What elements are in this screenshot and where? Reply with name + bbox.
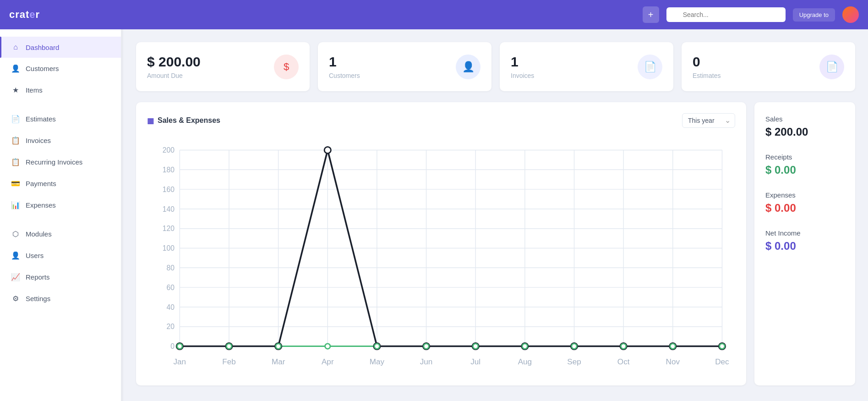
stat-label-3: Estimates <box>693 72 721 79</box>
summary-expenses: Expenses $ 0.00 <box>765 191 844 214</box>
receipts-label: Receipts <box>765 153 844 161</box>
sales-label: Sales <box>765 115 844 123</box>
stat-card-1: 1 Customers 👤 <box>318 42 491 91</box>
receipts-value: $ 0.00 <box>765 164 844 176</box>
sidebar-item-label: Invoices <box>26 137 51 144</box>
stat-card-0: $ 200.00 Amount Due $ <box>136 42 310 91</box>
svg-text:200: 200 <box>163 146 175 154</box>
svg-point-51 <box>424 344 429 349</box>
period-select[interactable]: This yearThis monthLast year <box>682 113 735 128</box>
stat-label-1: Customers <box>329 72 360 79</box>
sidebar-item-items[interactable]: ★ Items <box>0 79 121 101</box>
upgrade-button[interactable]: Upgrade to <box>793 8 835 22</box>
svg-text:180: 180 <box>163 166 175 174</box>
sidebar-item-recurring-invoices[interactable]: 📋 Recurring Invoices <box>0 151 121 173</box>
svg-text:20: 20 <box>166 323 175 330</box>
stat-icon-2: 📄 <box>638 55 662 79</box>
app-body: ⌂ Dashboard 👤 Customers ★ Items 📄 Estima… <box>0 29 868 401</box>
sales-value: $ 200.00 <box>765 126 844 138</box>
svg-point-56 <box>670 344 675 349</box>
user-avatar-button[interactable] <box>842 6 859 23</box>
chart-card: ▦ Sales & Expenses This yearThis monthLa… <box>136 102 746 385</box>
svg-text:Oct: Oct <box>617 357 630 366</box>
items-icon: ★ <box>11 86 20 94</box>
sidebar-item-label: Reports <box>26 273 50 281</box>
sidebar-item-dashboard[interactable]: ⌂ Dashboard <box>0 37 121 58</box>
svg-point-46 <box>177 344 182 349</box>
svg-text:Mar: Mar <box>272 357 285 366</box>
stat-card-left-3: 0 Estimates <box>693 54 721 79</box>
sidebar-item-expenses[interactable]: 📊 Expenses <box>0 194 121 216</box>
chart-title: ▦ Sales & Expenses <box>147 116 220 125</box>
stat-card-2: 1 Invoices 📄 <box>500 42 673 91</box>
sidebar-item-label: Expenses <box>26 201 56 209</box>
svg-point-57 <box>720 344 725 349</box>
invoices-icon: 📋 <box>11 136 20 145</box>
svg-text:Nov: Nov <box>666 357 680 366</box>
stat-value-1: 1 <box>329 54 360 69</box>
summary-receipts: Receipts $ 0.00 <box>765 153 844 176</box>
svg-text:Dec: Dec <box>715 357 729 366</box>
sidebar-item-modules[interactable]: ⬡ Modules <box>0 223 121 245</box>
svg-point-47 <box>226 344 231 349</box>
svg-text:Apr: Apr <box>322 357 334 366</box>
svg-text:120: 120 <box>163 225 175 232</box>
search-wrap: 🔍 <box>666 7 786 22</box>
dashboard-icon: ⌂ <box>11 43 20 51</box>
expenses-label: Expenses <box>765 191 844 199</box>
add-button[interactable]: + <box>643 6 659 23</box>
stat-label-0: Amount Due <box>147 72 201 79</box>
sidebar-item-label: Modules <box>26 230 52 238</box>
sidebar-item-invoices[interactable]: 📋 Invoices <box>0 130 121 151</box>
sidebar-item-settings[interactable]: ⚙ Settings <box>0 288 121 309</box>
stat-icon-0: $ <box>274 55 299 79</box>
sidebar-item-label: Settings <box>26 295 50 302</box>
svg-text:Jul: Jul <box>470 357 480 366</box>
sidebar-item-reports[interactable]: 📈 Reports <box>0 266 121 288</box>
stat-card-3: 0 Estimates 📄 <box>682 42 855 91</box>
summary-card: Sales $ 200.00 Receipts $ 0.00 Expenses … <box>754 102 855 385</box>
summary-net-income: Net Income $ 0.00 <box>765 229 844 253</box>
chart-svg: 200180160140120100806040200JanFebMarAprM… <box>147 137 735 373</box>
svg-text:60: 60 <box>166 284 175 291</box>
sidebar-item-users[interactable]: 👤 Users <box>0 245 121 266</box>
stat-value-0: $ 200.00 <box>147 54 201 69</box>
stat-icon-1: 👤 <box>456 55 480 79</box>
modules-icon: ⬡ <box>11 230 20 238</box>
chart-svg-wrap: 200180160140120100806040200JanFebMarAprM… <box>147 137 735 374</box>
users-icon: 👤 <box>11 251 20 260</box>
svg-point-49 <box>325 344 330 349</box>
sidebar-item-label: Payments <box>26 180 56 187</box>
sidebar: ⌂ Dashboard 👤 Customers ★ Items 📄 Estima… <box>0 29 121 401</box>
svg-text:Feb: Feb <box>222 357 235 366</box>
search-input[interactable] <box>666 7 786 22</box>
sidebar-item-customers[interactable]: 👤 Customers <box>0 58 121 79</box>
customers-icon: 👤 <box>11 64 20 73</box>
svg-point-37 <box>324 147 331 153</box>
svg-text:140: 140 <box>163 205 175 213</box>
sidebar-item-label: Estimates <box>26 115 56 123</box>
svg-text:Jan: Jan <box>174 357 186 366</box>
net-income-label: Net Income <box>765 229 844 237</box>
sidebar-item-estimates[interactable]: 📄 Estimates <box>0 108 121 130</box>
sidebar-item-payments[interactable]: 💳 Payments <box>0 173 121 194</box>
svg-text:160: 160 <box>163 186 175 193</box>
payments-icon: 💳 <box>11 179 20 188</box>
estimates-icon: 📄 <box>11 115 20 123</box>
stat-value-2: 1 <box>511 54 534 69</box>
svg-point-50 <box>374 344 379 349</box>
svg-text:May: May <box>370 357 385 366</box>
svg-text:80: 80 <box>166 264 175 272</box>
recurring-invoices-icon: 📋 <box>11 158 20 166</box>
expenses-icon: 📊 <box>11 201 20 209</box>
reports-icon: 📈 <box>11 273 20 281</box>
main-content: $ 200.00 Amount Due $ 1 Customers 👤 1 In… <box>123 29 868 401</box>
svg-text:Aug: Aug <box>518 357 532 366</box>
app-header: crater + 🔍 Upgrade to <box>0 0 868 29</box>
stat-card-left-1: 1 Customers <box>329 54 360 79</box>
svg-text:Jun: Jun <box>420 357 433 366</box>
chart-section: ▦ Sales & Expenses This yearThis monthLa… <box>136 102 855 385</box>
app-logo: crater <box>9 9 40 21</box>
sidebar-item-label: Customers <box>26 65 59 72</box>
sidebar-item-label: Dashboard <box>26 44 59 51</box>
